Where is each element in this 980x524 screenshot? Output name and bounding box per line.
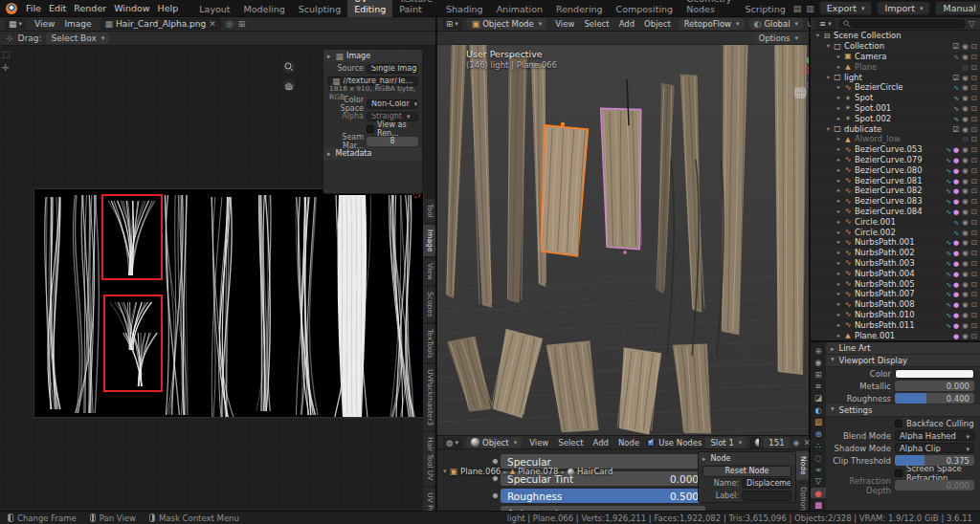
outliner-row[interactable]: ▸ BezierCurve.079 ∿● [811,155,980,165]
eye-toggle-icon[interactable] [962,42,969,51]
principled-bsdf-node[interactable]: Specular Specular Tint 0.000 Roughness 0… [501,454,705,511]
cam-toggle-icon[interactable] [971,135,977,143]
outliner-row[interactable]: ▸ NurbsPath.008 ∿● [811,299,980,310]
workspace-tab[interactable]: Compositing [610,2,680,17]
editor-type-icon[interactable]: ▦ [5,18,26,30]
viewport-menu-item[interactable]: Add [615,18,638,30]
sidebar-tab[interactable]: UVPackmaster3 [423,364,435,430]
properties-tab-icon[interactable] [811,393,826,404]
disclosure-icon[interactable]: ▸ [835,280,843,288]
properties-tab-icon[interactable] [811,404,826,415]
filter-funnel-icon[interactable]: ▽ [969,19,975,29]
sidebar-tab[interactable]: View [423,258,435,285]
grid-toggle-icon[interactable] [794,87,806,98]
disclosure-icon[interactable]: ▸ [835,249,843,256]
cam-toggle-icon[interactable] [971,115,977,123]
view-as-render-checkbox[interactable] [367,125,374,133]
eyeoff-toggle-icon[interactable] [962,63,969,72]
lineart-panel-header[interactable]: Line Art [826,342,980,355]
metadata-panel-header[interactable]: Metadata [323,147,422,160]
cam-toggle-icon[interactable] [971,74,977,82]
image-datablock[interactable]: ▦ Hair_Card_Alpha.png ✕ [100,18,221,30]
outliner-row[interactable]: ▸ Circle.002 ∿ [811,227,980,237]
orientation-dropdown[interactable]: ◐Global [749,18,804,30]
eye-toggle-icon[interactable] [962,259,969,268]
properties-tab-icon[interactable] [811,488,826,498]
cam-toggle-icon[interactable] [971,300,977,309]
viewport-menu-item[interactable]: Select [580,18,612,30]
outliner-row[interactable]: ▾ light [811,72,980,82]
cam-toggle-icon[interactable] [971,63,977,72]
outliner-row[interactable]: ▸ BezierCurve.082 ∿● [811,186,980,196]
workspace-tab[interactable]: Modeling [237,2,292,17]
disclosure-icon[interactable]: ▸ [835,83,843,91]
disclosure-icon[interactable]: ▾ [824,42,833,50]
cam-toggle-icon[interactable] [971,207,977,216]
eye-toggle-icon[interactable] [962,270,969,278]
eye-toggle-icon[interactable] [962,238,969,247]
viewport-color-swatch[interactable] [895,369,974,379]
check-toggle-icon[interactable] [952,125,959,134]
eye-toggle-icon[interactable] [962,83,969,92]
outliner-row[interactable]: ▸ Plane [811,61,980,72]
cam-toggle-icon[interactable] [971,83,977,92]
disclosure-icon[interactable]: ▸ [835,197,843,205]
properties-tab-icon[interactable] [811,464,826,474]
shader-node-area[interactable]: ▾ ▣ Plane.066 ▲ Plane.078 HairCard Specu… [437,449,809,511]
options-dropdown[interactable]: Options [754,33,803,44]
node-name-field[interactable]: Displacement [742,478,791,489]
eye-toggle-icon[interactable] [962,321,969,330]
eye-toggle-icon[interactable] [962,177,969,186]
disclosure-icon[interactable]: ▸ [835,186,843,194]
cam-toggle-icon[interactable] [971,104,977,113]
zoom-overlay-button[interactable] [281,59,297,75]
outliner-row[interactable]: ▾ Scene Collection [811,31,980,41]
disclosure-icon[interactable]: ▸ [835,259,843,267]
blend-mode-dropdown[interactable]: Alpha Hashed [895,430,974,441]
breadcrumb-mesh[interactable]: Plane.078 [518,467,558,476]
editor-type-icon[interactable]: ◍ [442,437,462,448]
cam-toggle-icon[interactable] [971,94,977,102]
cam-toggle-icon[interactable] [971,259,977,268]
node-label-field[interactable] [742,491,791,501]
eyeoff-toggle-icon[interactable] [962,135,969,143]
outliner-row[interactable]: ▸ NurbsPath.003 ∿● [811,258,980,269]
close-icon[interactable]: ✕ [209,19,216,29]
workspace-tab[interactable]: UV Editing [347,0,392,17]
eye-toggle-icon[interactable] [962,332,969,340]
clip-threshold-slider[interactable]: 0.375 [895,455,974,466]
node-socket[interactable] [492,510,499,511]
eye-toggle-icon[interactable] [962,166,969,175]
cam-toggle-icon[interactable] [971,177,977,186]
blender-logo-icon[interactable] [6,3,17,14]
disclosure-icon[interactable]: ▸ [835,135,843,142]
shader-menu-item[interactable]: Node [614,437,643,448]
import-button[interactable]: Import [877,1,930,15]
tweak-tool-icon[interactable]: ⊹ [6,33,13,43]
eye-toggle-icon[interactable] [962,280,969,289]
sidebar-tab[interactable]: Options [796,482,809,511]
retopoflow-menu[interactable]: RetopoFlow [679,18,745,30]
eye-toggle-icon[interactable] [962,300,969,309]
viewport-menu-item[interactable]: Object [640,18,675,30]
pin-icon[interactable]: ◎ [226,19,234,29]
outliner-row[interactable]: ▸ Spot.001 ∿ [811,103,980,114]
export-button[interactable]: Export [819,1,873,15]
eye-toggle-icon[interactable] [962,197,969,206]
screen-space-refraction-checkbox[interactable] [895,469,902,477]
cam-toggle-icon[interactable] [971,238,977,247]
refraction-depth-field[interactable]: 0.000 [895,480,974,491]
menubar-item[interactable]: Render [70,2,110,14]
cam-toggle-icon[interactable] [971,42,977,51]
cam-toggle-icon[interactable] [971,186,977,195]
interface-toggle-icon[interactable]: ▥ [806,4,814,13]
shader-menu-item[interactable]: View [525,437,552,448]
outliner-row[interactable]: ▸ NurbsPath.001 ∿● [811,237,980,248]
viewport-display-panel-header[interactable]: Viewport Display [826,355,980,367]
sidebar-tab[interactable]: TexTools [423,324,435,363]
reset-node-button[interactable]: Reset Node [702,466,791,477]
cam-toggle-icon[interactable] [971,145,977,154]
eye-toggle-icon[interactable] [962,125,969,134]
cam-toggle-icon[interactable] [971,197,977,206]
disclosure-icon[interactable]: ▸ [835,166,843,174]
